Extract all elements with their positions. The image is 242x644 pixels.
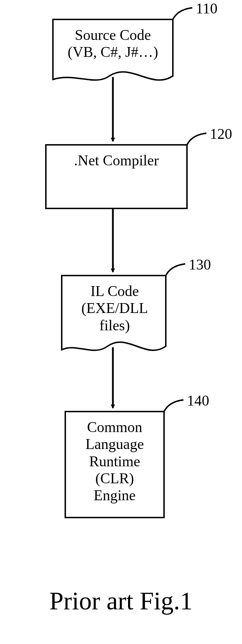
net-compiler-text: .Net Compiler xyxy=(56,152,176,169)
corner-mark-130 xyxy=(166,264,185,276)
corner-mark-120 xyxy=(187,133,206,145)
label-110: 110 xyxy=(196,0,217,17)
corner-mark-140 xyxy=(164,400,183,412)
source-code-text: Source Code (VB, C#, J#…) xyxy=(53,26,173,61)
figure-caption: Prior art Fig.1 xyxy=(0,586,242,616)
label-130: 130 xyxy=(189,256,211,273)
clr-engine-text: Common Language Runtime (CLR) Engine xyxy=(55,419,175,504)
corner-mark-110 xyxy=(173,8,192,19)
il-code-text: IL Code (EXE/DLL files) xyxy=(55,283,175,334)
label-120: 120 xyxy=(210,125,232,142)
label-140: 140 xyxy=(187,392,209,409)
diagram-canvas: 110 120 130 140 Source Code (VB, C#, J#…… xyxy=(0,0,242,644)
